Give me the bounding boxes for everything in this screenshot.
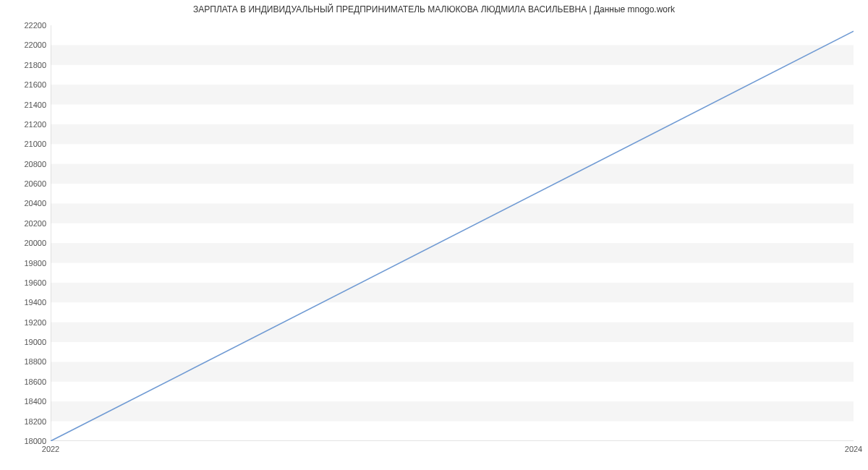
y-tick-label: 21800 [3,61,46,69]
y-tick-label: 21600 [3,80,46,89]
svg-rect-3 [51,283,854,302]
y-tick-label: 20800 [3,160,46,168]
x-tick-label: 2024 [845,445,862,453]
svg-rect-7 [51,124,854,144]
chart-title: ЗАРПЛАТА В ИНДИВИДУАЛЬНЫЙ ПРЕДПРИНИМАТЕЛ… [0,4,868,14]
y-tick-label: 22200 [3,21,46,30]
plot-area [51,25,854,441]
svg-rect-2 [51,322,854,342]
y-tick-label: 21400 [3,101,46,109]
svg-rect-9 [51,45,854,64]
y-tick-label: 19600 [3,278,46,287]
chart-svg [51,25,854,441]
y-tick-label: 20600 [3,179,46,188]
x-tick-label: 2022 [42,445,59,453]
y-tick-label: 19800 [3,259,46,268]
svg-rect-1 [51,362,854,381]
y-tick-label: 20200 [3,219,46,228]
y-tick-label: 21000 [3,140,46,148]
svg-rect-0 [51,401,854,421]
y-tick-label: 21200 [3,120,46,129]
y-tick-label: 19000 [3,338,46,346]
y-tick-label: 20000 [3,239,46,247]
svg-rect-8 [51,85,854,104]
y-tick-label: 19400 [3,298,46,307]
y-tick-label: 19200 [3,318,46,327]
chart-container: ЗАРПЛАТА В ИНДИВИДУАЛЬНЫЙ ПРЕДПРИНИМАТЕЛ… [0,0,868,470]
svg-rect-6 [51,164,854,184]
y-tick-label: 18000 [3,437,46,445]
svg-rect-5 [51,203,854,223]
svg-rect-4 [51,243,854,262]
y-tick-label: 18400 [3,397,46,406]
y-tick-label: 18600 [3,377,46,386]
y-tick-label: 18800 [3,357,46,366]
y-tick-label: 22000 [3,40,46,49]
y-tick-label: 18200 [3,417,46,426]
y-tick-label: 20400 [3,199,46,208]
